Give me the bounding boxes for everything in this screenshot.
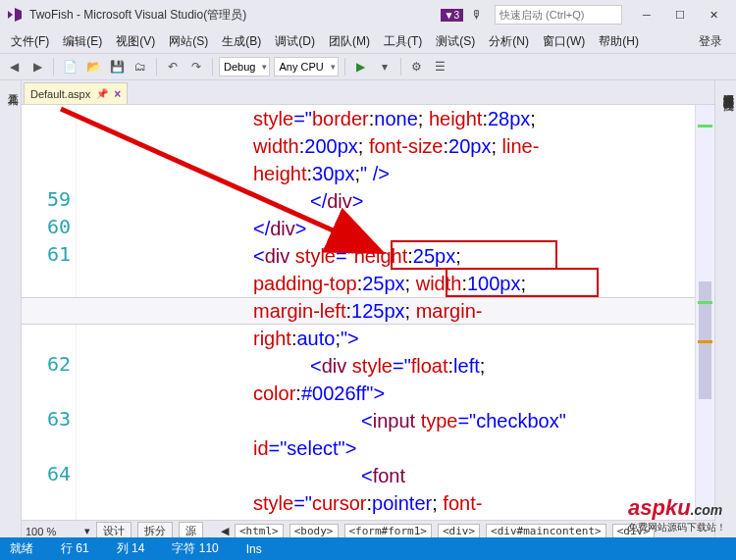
title-bar: TwoFish - Microsoft Visual Studio(管理员) ▼… xyxy=(0,0,736,29)
breadcrumb[interactable]: <body> xyxy=(289,524,339,538)
breadcrumb[interactable]: <div#maincontent> xyxy=(486,524,606,538)
window-title: TwoFish - Microsoft Visual Studio(管理员) xyxy=(29,7,246,24)
zoom-chevron-icon[interactable]: ▾ xyxy=(84,525,90,537)
workspace: 工具箱 Default.aspx 📌 × 59 60 61 62 63 64 s… xyxy=(0,80,736,541)
document-tab[interactable]: Default.aspx 📌 × xyxy=(24,82,128,104)
status-ready: 就绪 xyxy=(10,540,33,557)
save-button[interactable]: 💾 xyxy=(107,57,127,76)
tab-label: Default.aspx xyxy=(30,88,90,100)
status-char: 字符 110 xyxy=(172,540,218,557)
misc-button-1[interactable]: ⚙ xyxy=(407,57,427,76)
menu-build[interactable]: 生成(B) xyxy=(215,31,268,52)
breadcrumb-prev-icon[interactable]: ◀ xyxy=(221,525,229,537)
browser-select-button[interactable]: ▾ xyxy=(375,57,394,76)
undo-button[interactable]: ↶ xyxy=(163,57,183,76)
misc-button-2[interactable]: ☰ xyxy=(431,57,450,76)
toolbox-rail[interactable]: 工具箱 xyxy=(0,80,22,541)
config-combo[interactable]: Debug xyxy=(219,57,270,76)
breadcrumb[interactable]: <form#form1> xyxy=(344,524,432,538)
pin-icon[interactable]: 📌 xyxy=(96,88,108,99)
vertical-scrollbar[interactable] xyxy=(695,105,714,520)
line-number: 63 xyxy=(22,407,71,431)
code-content: style="border:none; height:28px; width:2… xyxy=(77,105,691,520)
sign-in-link[interactable]: 登录 xyxy=(699,33,732,50)
status-line: 行 61 xyxy=(61,540,89,557)
menu-edit[interactable]: 编辑(E) xyxy=(56,31,109,52)
menu-file[interactable]: 文件(F) xyxy=(4,31,56,52)
annotation-box-width xyxy=(446,268,599,297)
zoom-level[interactable]: 100 % xyxy=(26,526,79,537)
new-project-button[interactable]: 📄 xyxy=(60,57,79,76)
minimize-button[interactable]: ─ xyxy=(630,9,663,21)
platform-combo[interactable]: Any CPU xyxy=(274,57,338,76)
menu-tools[interactable]: 工具(T) xyxy=(377,31,429,52)
start-debug-button[interactable]: ▶ xyxy=(351,57,371,76)
status-ins: Ins xyxy=(246,542,262,556)
menu-debug[interactable]: 调试(D) xyxy=(268,31,322,52)
editor-area: Default.aspx 📌 × 59 60 61 62 63 64 style… xyxy=(22,80,714,541)
menu-analyze[interactable]: 分析(N) xyxy=(482,31,536,52)
annotation-box-height xyxy=(391,240,557,270)
status-bar: 就绪 行 61 列 14 字符 110 Ins xyxy=(0,537,736,560)
feedback-icon[interactable]: 🎙 xyxy=(471,8,483,22)
notification-badge[interactable]: ▼3 xyxy=(441,9,463,22)
menu-bar: 文件(F) 编辑(E) 视图(V) 网站(S) 生成(B) 调试(D) 团队(M… xyxy=(0,29,736,53)
toolbar: ◀ ▶ 📄 📂 💾 🗂 ↶ ↷ Debug Any CPU ▶ ▾ ⚙ ☰ xyxy=(0,53,736,80)
maximize-button[interactable]: ☐ xyxy=(663,9,697,22)
save-all-button[interactable]: 🗂 xyxy=(131,57,150,76)
menu-help[interactable]: 帮助(H) xyxy=(592,31,646,52)
status-col: 列 14 xyxy=(117,540,145,557)
tab-well: Default.aspx 📌 × xyxy=(22,80,714,104)
nav-forward-button[interactable]: ▶ xyxy=(27,57,47,76)
redo-button[interactable]: ↷ xyxy=(186,57,206,76)
tab-close-button[interactable]: × xyxy=(114,87,121,101)
line-number: 62 xyxy=(22,352,71,376)
line-number: 60 xyxy=(22,215,71,238)
line-number: 61 xyxy=(22,242,71,266)
right-rail[interactable]: 解决方案资源管理器 团队资源管理器 属性 xyxy=(714,80,736,541)
menu-view[interactable]: 视图(V) xyxy=(109,31,162,52)
line-number: 64 xyxy=(22,462,71,485)
open-button[interactable]: 📂 xyxy=(83,57,103,76)
quick-launch-input[interactable] xyxy=(495,5,622,25)
breadcrumb[interactable]: <div> xyxy=(438,524,480,538)
menu-window[interactable]: 窗口(W) xyxy=(536,31,592,52)
watermark: aspku.com 免费网站源码下载站！ xyxy=(628,495,726,535)
menu-test[interactable]: 测试(S) xyxy=(429,31,482,52)
line-number: 59 xyxy=(22,187,71,211)
nav-back-button[interactable]: ◀ xyxy=(4,57,24,76)
breadcrumb[interactable]: <html> xyxy=(235,524,284,538)
menu-team[interactable]: 团队(M) xyxy=(322,31,377,52)
menu-site[interactable]: 网站(S) xyxy=(162,31,215,52)
code-editor[interactable]: 59 60 61 62 63 64 style="border:none; he… xyxy=(22,104,714,520)
vs-logo-icon xyxy=(6,6,24,24)
close-window-button[interactable]: ✕ xyxy=(697,9,730,22)
